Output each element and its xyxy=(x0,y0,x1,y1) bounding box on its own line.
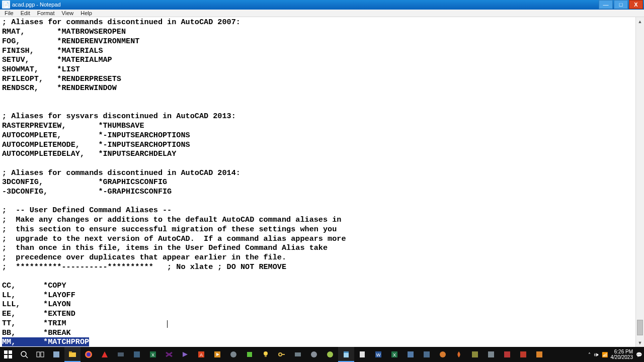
text-line: SHOWMAT, *LIST xyxy=(2,65,633,74)
taskbar-app-dark2[interactable] xyxy=(129,347,145,362)
menu-view[interactable]: View xyxy=(58,10,77,17)
bulb-icon[interactable] xyxy=(258,347,274,362)
text-line: RFILEOPT, *RENDERPRESETS xyxy=(2,74,633,84)
search-icon[interactable] xyxy=(16,347,32,362)
text-line-selected: MM, *MATCHPROP xyxy=(2,337,633,347)
svg-rect-43 xyxy=(536,351,542,357)
svg-rect-21 xyxy=(247,352,252,357)
taskbar-app-dark1[interactable] xyxy=(113,347,129,362)
text-line: ; precedence over duplicates that appear… xyxy=(2,253,633,262)
taskbar-app-o2[interactable] xyxy=(531,347,547,362)
word-icon[interactable]: W xyxy=(370,347,386,362)
taskbar-app-r2[interactable] xyxy=(499,347,515,362)
text-line: ; Make any changes or additions to the d… xyxy=(2,215,633,225)
notepad-taskbar-icon[interactable] xyxy=(338,347,354,362)
scroll-up-arrow[interactable]: ▲ xyxy=(636,17,644,26)
taskbar-app-lime[interactable] xyxy=(322,347,338,362)
svg-rect-14 xyxy=(134,351,140,357)
text-line xyxy=(2,197,633,206)
menu-help[interactable]: Help xyxy=(77,10,96,17)
menu-edit[interactable]: Edit xyxy=(17,10,34,17)
title-bar[interactable]: 📄 acad.pgp - Notepad — □ X xyxy=(0,0,644,10)
text-line xyxy=(2,93,633,103)
taskbar-app-b1[interactable] xyxy=(403,347,419,362)
vs-icon[interactable] xyxy=(161,347,177,362)
svg-line-5 xyxy=(26,356,28,358)
menu-format[interactable]: Format xyxy=(34,10,58,17)
close-button[interactable]: X xyxy=(629,0,643,9)
start-button[interactable] xyxy=(0,347,16,362)
task-view-icon[interactable] xyxy=(32,347,48,362)
text-line: LLL, *LAYON xyxy=(2,300,633,309)
svg-point-24 xyxy=(279,353,282,356)
tray-volume-icon[interactable]: 🕪 xyxy=(594,352,599,357)
svg-point-27 xyxy=(311,351,317,357)
text-line: ; upgrade to the next version of AutoCAD… xyxy=(2,234,633,244)
tray-chevron-up-icon[interactable]: ˄ xyxy=(588,352,591,357)
taskbar-app-olive[interactable] xyxy=(467,347,483,362)
taskbar-app-g2[interactable] xyxy=(290,347,306,362)
taskbar-app-g3[interactable] xyxy=(306,347,322,362)
svg-text:X: X xyxy=(393,352,396,357)
vs-purple-icon[interactable] xyxy=(177,347,193,362)
scroll-down-arrow[interactable]: ▼ xyxy=(636,338,644,347)
text-line: ; Aliases for sysvars discontinued in Au… xyxy=(2,112,633,121)
menu-bar: File Edit Format View Help xyxy=(0,10,644,18)
tray-notifications-icon[interactable]: 💬 xyxy=(636,352,642,357)
text-line: -3DCONFIG, *-GRAPHICSCONFIG xyxy=(2,187,633,197)
svg-rect-6 xyxy=(37,352,40,357)
text-line: ; this section to ensure successful migr… xyxy=(2,225,633,234)
svg-rect-0 xyxy=(4,350,8,354)
file-explorer-icon[interactable] xyxy=(64,347,80,362)
firefox-icon[interactable] xyxy=(80,347,97,362)
editor-area: ; Aliases for commands discontinued in A… xyxy=(0,17,644,347)
text-line: BB, *BREAK xyxy=(2,328,633,338)
taskbar-app-1[interactable] xyxy=(48,347,64,362)
text-line: AUTOCOMPLETEDELAY, *INPUTSEARCHDELAY xyxy=(2,149,633,159)
text-line: AUTOCOMPLETEMODE, *-INPUTSEARCHOPTIONS xyxy=(2,140,633,150)
scroll-track[interactable] xyxy=(636,26,644,338)
svg-rect-42 xyxy=(520,351,526,357)
text-line: SETUV, *MATERIALMAP xyxy=(2,55,633,65)
svg-rect-13 xyxy=(118,352,124,356)
text-editor[interactable]: ; Aliases for commands discontinued in A… xyxy=(0,17,635,347)
text-line: ; than once in this file, items in the U… xyxy=(2,243,633,253)
svg-rect-8 xyxy=(53,351,59,357)
autocad-icon[interactable]: A xyxy=(193,347,209,362)
svg-rect-9 xyxy=(69,352,76,357)
menu-file[interactable]: File xyxy=(1,10,17,17)
key-icon[interactable] xyxy=(274,347,290,362)
tray-network-icon[interactable]: 📶 xyxy=(602,352,608,357)
text-line: ; **********----------********** ; No xl… xyxy=(2,262,633,272)
text-line xyxy=(2,272,633,281)
text-line: ; -- User Defined Command Aliases -- xyxy=(2,206,633,215)
windows-taskbar[interactable]: X A W X ˄ 🕪 📶 6:26 PM 4/20/202 xyxy=(0,347,644,362)
svg-rect-26 xyxy=(295,352,301,356)
svg-rect-30 xyxy=(344,351,349,353)
scroll-thumb[interactable] xyxy=(637,320,643,335)
maximize-button[interactable]: □ xyxy=(614,0,628,9)
taskbar-app-g1[interactable] xyxy=(225,347,242,362)
minimize-button[interactable]: — xyxy=(599,0,613,9)
media-player-icon[interactable] xyxy=(209,347,225,362)
taskbar-app-doc[interactable] xyxy=(354,347,370,362)
taskbar-app-green[interactable] xyxy=(242,347,258,362)
taskbar-app-red[interactable] xyxy=(97,347,113,362)
text-line: CC, *COPY xyxy=(2,281,633,291)
vertical-scrollbar[interactable]: ▲ ▼ xyxy=(635,17,644,347)
svg-text:A: A xyxy=(200,352,203,357)
text-line: LL, *LAYOFF xyxy=(2,291,633,300)
taskbar-app-fire[interactable] xyxy=(451,347,467,362)
svg-point-4 xyxy=(21,351,26,356)
svg-rect-2 xyxy=(4,355,8,358)
system-tray[interactable]: ˄ 🕪 📶 6:26 PM 4/20/2023 💬 xyxy=(588,349,645,360)
taskbar-app-o1[interactable] xyxy=(435,347,451,362)
taskbar-app-b2[interactable] xyxy=(419,347,435,362)
svg-point-20 xyxy=(230,351,236,357)
svg-rect-40 xyxy=(488,351,494,357)
taskbar-app-r3[interactable] xyxy=(515,347,531,362)
excel-icon[interactable]: X xyxy=(145,347,161,362)
excel-2-icon[interactable]: X xyxy=(386,347,403,362)
taskbar-app-g4[interactable] xyxy=(483,347,499,362)
tray-clock[interactable]: 6:26 PM 4/20/2023 xyxy=(611,349,633,360)
